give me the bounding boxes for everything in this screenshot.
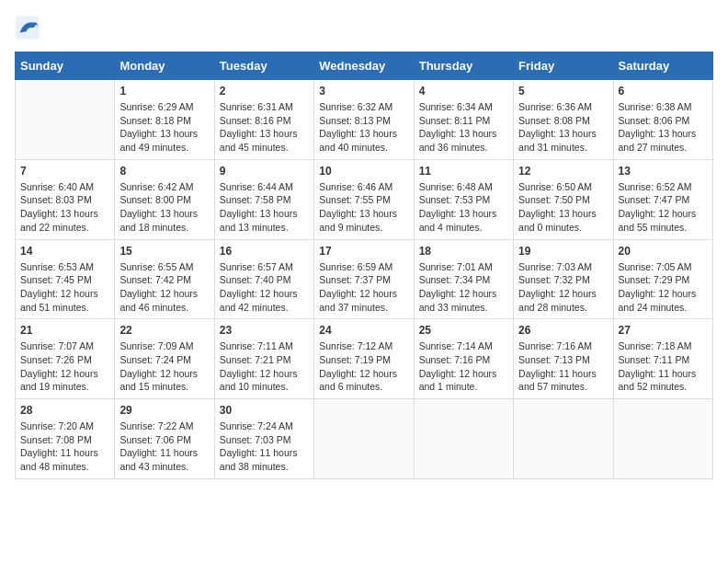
day-number: 13 [619,165,708,178]
day-number: 20 [619,245,708,258]
day-info: Sunrise: 6:46 AMSunset: 7:55 PMDaylight:… [319,180,408,235]
column-header-sunday: Sunday [16,52,115,80]
calendar-cell: 1Sunrise: 6:29 AMSunset: 8:18 PMDaylight… [115,80,214,160]
day-info: Sunrise: 6:59 AMSunset: 7:37 PMDaylight:… [319,260,408,315]
calendar-cell: 17Sunrise: 6:59 AMSunset: 7:37 PMDayligh… [314,239,414,319]
day-number: 4 [419,85,508,98]
calendar-cell: 4Sunrise: 6:34 AMSunset: 8:11 PMDaylight… [414,80,513,160]
calendar-cell: 30Sunrise: 7:24 AMSunset: 7:03 PMDayligh… [214,399,313,479]
day-info: Sunrise: 7:22 AMSunset: 7:06 PMDaylight:… [119,419,209,474]
week-row-2: 7Sunrise: 6:40 AMSunset: 8:03 PMDaylight… [16,159,713,239]
day-info: Sunrise: 6:55 AMSunset: 7:42 PMDaylight:… [119,260,209,315]
logo-icon [15,15,40,40]
day-number: 6 [619,85,708,98]
day-number: 7 [20,165,109,178]
day-number: 29 [119,404,209,417]
column-header-friday: Friday [514,52,613,80]
calendar-cell: 7Sunrise: 6:40 AMSunset: 8:03 PMDaylight… [16,159,115,239]
calendar-cell: 25Sunrise: 7:14 AMSunset: 7:16 PMDayligh… [414,319,513,399]
day-info: Sunrise: 7:07 AMSunset: 7:26 PMDaylight:… [20,339,109,394]
day-number: 25 [419,324,508,337]
column-header-wednesday: Wednesday [314,52,414,80]
calendar-cell: 13Sunrise: 6:52 AMSunset: 7:47 PMDayligh… [613,159,712,239]
day-number: 17 [319,245,408,258]
day-number: 21 [20,324,109,337]
day-info: Sunrise: 7:03 AMSunset: 7:32 PMDaylight:… [518,260,608,315]
page-header [15,15,713,40]
calendar-cell: 6Sunrise: 6:38 AMSunset: 8:06 PMDaylight… [613,80,712,160]
calendar-cell: 16Sunrise: 6:57 AMSunset: 7:40 PMDayligh… [214,239,313,319]
day-number: 10 [319,165,408,178]
day-info: Sunrise: 6:44 AMSunset: 7:58 PMDaylight:… [220,180,309,235]
day-number: 28 [20,404,109,417]
day-info: Sunrise: 7:11 AMSunset: 7:21 PMDaylight:… [220,339,309,394]
day-number: 22 [119,324,209,337]
day-info: Sunrise: 7:14 AMSunset: 7:16 PMDaylight:… [419,339,508,394]
day-number: 30 [220,404,309,417]
day-number: 18 [419,245,508,258]
day-number: 8 [119,165,209,178]
day-number: 19 [518,245,608,258]
day-number: 11 [419,165,508,178]
calendar-cell: 9Sunrise: 6:44 AMSunset: 7:58 PMDaylight… [214,159,313,239]
calendar-cell: 14Sunrise: 6:53 AMSunset: 7:45 PMDayligh… [16,239,115,319]
day-number: 26 [518,324,608,337]
calendar-cell: 19Sunrise: 7:03 AMSunset: 7:32 PMDayligh… [514,239,613,319]
calendar-cell: 21Sunrise: 7:07 AMSunset: 7:26 PMDayligh… [16,319,115,399]
day-number: 9 [220,165,309,178]
day-number: 27 [619,324,708,337]
calendar-cell: 3Sunrise: 6:32 AMSunset: 8:13 PMDaylight… [314,80,414,160]
day-number: 1 [119,85,209,98]
calendar-cell [16,80,115,160]
calendar-cell: 22Sunrise: 7:09 AMSunset: 7:24 PMDayligh… [115,319,214,399]
day-info: Sunrise: 7:18 AMSunset: 7:11 PMDaylight:… [619,339,708,394]
day-info: Sunrise: 7:05 AMSunset: 7:29 PMDaylight:… [619,260,708,315]
column-header-thursday: Thursday [414,52,513,80]
day-number: 3 [319,85,408,98]
day-info: Sunrise: 6:36 AMSunset: 8:08 PMDaylight:… [518,100,608,155]
calendar-cell: 8Sunrise: 6:42 AMSunset: 8:00 PMDaylight… [115,159,214,239]
week-row-4: 21Sunrise: 7:07 AMSunset: 7:26 PMDayligh… [16,319,713,399]
day-info: Sunrise: 6:38 AMSunset: 8:06 PMDaylight:… [619,100,708,155]
day-number: 14 [20,245,109,258]
day-info: Sunrise: 6:34 AMSunset: 8:11 PMDaylight:… [419,100,508,155]
day-info: Sunrise: 7:09 AMSunset: 7:24 PMDaylight:… [119,339,209,394]
day-info: Sunrise: 6:48 AMSunset: 7:53 PMDaylight:… [419,180,508,235]
week-row-1: 1Sunrise: 6:29 AMSunset: 8:18 PMDaylight… [16,80,713,160]
day-info: Sunrise: 6:31 AMSunset: 8:16 PMDaylight:… [220,100,309,155]
calendar-cell: 20Sunrise: 7:05 AMSunset: 7:29 PMDayligh… [613,239,712,319]
day-number: 23 [220,324,309,337]
day-info: Sunrise: 6:50 AMSunset: 7:50 PMDaylight:… [518,180,608,235]
logo [15,15,46,40]
calendar-cell: 2Sunrise: 6:31 AMSunset: 8:16 PMDaylight… [214,80,313,160]
day-info: Sunrise: 6:42 AMSunset: 8:00 PMDaylight:… [119,180,209,235]
day-info: Sunrise: 6:29 AMSunset: 8:18 PMDaylight:… [119,100,209,155]
day-info: Sunrise: 6:52 AMSunset: 7:47 PMDaylight:… [619,180,708,235]
calendar-cell: 24Sunrise: 7:12 AMSunset: 7:19 PMDayligh… [314,319,414,399]
calendar-cell [613,399,712,479]
calendar-header-row: SundayMondayTuesdayWednesdayThursdayFrid… [16,52,713,80]
day-number: 2 [220,85,309,98]
day-number: 12 [518,165,608,178]
day-info: Sunrise: 7:12 AMSunset: 7:19 PMDaylight:… [319,339,408,394]
day-info: Sunrise: 6:53 AMSunset: 7:45 PMDaylight:… [20,260,109,315]
calendar-cell [514,399,613,479]
column-header-tuesday: Tuesday [214,52,313,80]
column-header-monday: Monday [115,52,214,80]
week-row-5: 28Sunrise: 7:20 AMSunset: 7:08 PMDayligh… [16,399,713,479]
calendar-cell: 23Sunrise: 7:11 AMSunset: 7:21 PMDayligh… [214,319,313,399]
day-number: 16 [220,245,309,258]
day-info: Sunrise: 6:57 AMSunset: 7:40 PMDaylight:… [220,260,309,315]
calendar-cell [414,399,513,479]
calendar-cell: 26Sunrise: 7:16 AMSunset: 7:13 PMDayligh… [514,319,613,399]
day-number: 5 [518,85,608,98]
day-info: Sunrise: 7:20 AMSunset: 7:08 PMDaylight:… [20,419,109,474]
calendar-cell: 28Sunrise: 7:20 AMSunset: 7:08 PMDayligh… [16,399,115,479]
column-header-saturday: Saturday [613,52,712,80]
day-info: Sunrise: 7:24 AMSunset: 7:03 PMDaylight:… [220,419,309,474]
day-info: Sunrise: 6:32 AMSunset: 8:13 PMDaylight:… [319,100,408,155]
calendar-table: SundayMondayTuesdayWednesdayThursdayFrid… [15,52,713,479]
day-info: Sunrise: 6:40 AMSunset: 8:03 PMDaylight:… [20,180,109,235]
week-row-3: 14Sunrise: 6:53 AMSunset: 7:45 PMDayligh… [16,239,713,319]
calendar-cell: 12Sunrise: 6:50 AMSunset: 7:50 PMDayligh… [514,159,613,239]
